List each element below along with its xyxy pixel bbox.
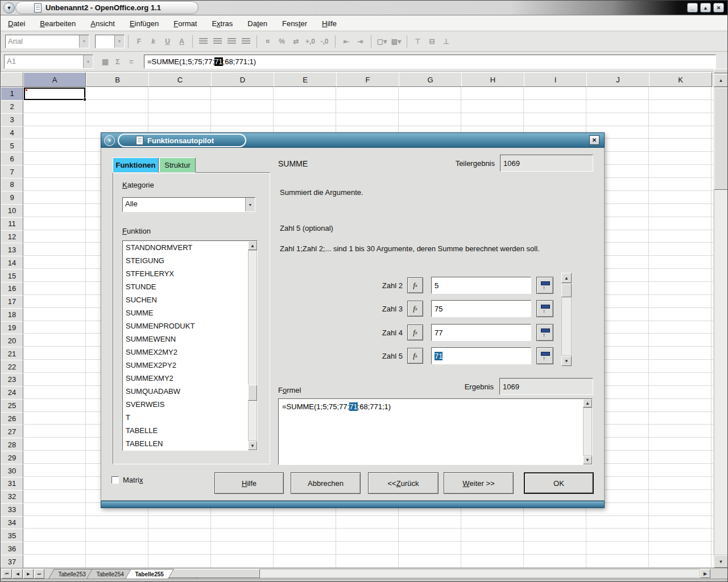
dialog-titlebar[interactable]: ▼ Funktionsautopilot ✕ bbox=[101, 132, 605, 148]
row-header-9[interactable]: 9 bbox=[1, 191, 23, 205]
function-item-stfehleryx[interactable]: STFEHLERYX bbox=[123, 267, 257, 280]
align-right-icon[interactable] bbox=[225, 35, 239, 48]
close-button[interactable]: ✕ bbox=[713, 3, 724, 13]
chevron-down-icon[interactable]: ▼ bbox=[83, 55, 93, 68]
minimize-button[interactable]: _ bbox=[687, 3, 698, 13]
underline-icon[interactable]: U bbox=[160, 35, 175, 48]
column-header-a[interactable]: A bbox=[23, 72, 86, 87]
row-header-33[interactable]: 33 bbox=[1, 503, 23, 517]
first-sheet-button[interactable]: ⏮ bbox=[2, 569, 12, 579]
menu-daten[interactable]: Daten bbox=[242, 17, 272, 30]
standard-format-icon[interactable]: ⇄ bbox=[289, 35, 303, 48]
row-header-8[interactable]: 8 bbox=[1, 178, 23, 192]
align-vcenter-icon[interactable]: ⊟ bbox=[425, 35, 439, 48]
row-header-31[interactable]: 31 bbox=[1, 477, 23, 490]
row-header-25[interactable]: 25 bbox=[1, 399, 23, 413]
currency-format-icon[interactable]: ¤ bbox=[260, 35, 275, 48]
scroll-down-button[interactable]: ▼ bbox=[714, 555, 728, 568]
row-header-1[interactable]: 1 bbox=[1, 87, 23, 101]
row-header-24[interactable]: 24 bbox=[1, 386, 23, 400]
equals-icon[interactable]: = bbox=[129, 57, 134, 66]
shrink-button[interactable] bbox=[536, 277, 553, 294]
font-size-combo[interactable]: ▼ bbox=[95, 35, 125, 48]
function-item-summex2my2[interactable]: SUMMEX2MY2 bbox=[123, 346, 257, 359]
ok-button[interactable]: OK bbox=[524, 472, 594, 494]
matrix-checkbox[interactable] bbox=[111, 476, 119, 484]
italic-icon[interactable]: k bbox=[146, 35, 160, 48]
function-item-summenprodukt[interactable]: SUMMENPRODUKT bbox=[123, 319, 257, 332]
row-header-12[interactable]: 12 bbox=[1, 230, 23, 244]
row-header-28[interactable]: 28 bbox=[1, 438, 23, 451]
column-header-g[interactable]: G bbox=[399, 72, 462, 87]
function-item-summexmy2[interactable]: SUMMEXMY2 bbox=[123, 372, 257, 385]
align-bottom-icon[interactable]: ⊥ bbox=[439, 35, 453, 48]
back-button[interactable]: << Zurück bbox=[368, 472, 439, 494]
arg-input-3[interactable]: 75 bbox=[431, 300, 531, 317]
sum-icon[interactable]: Σ bbox=[115, 57, 120, 66]
fx-button[interactable]: fx bbox=[407, 348, 423, 364]
maximize-button[interactable]: ▲ bbox=[700, 3, 711, 13]
selected-cell-a1[interactable] bbox=[24, 88, 85, 100]
increase-indent-icon[interactable]: ⇥ bbox=[353, 35, 367, 48]
fx-button[interactable]: fx bbox=[407, 277, 423, 293]
chevron-down-icon[interactable]: ▼ bbox=[245, 198, 255, 211]
row-header-20[interactable]: 20 bbox=[1, 334, 23, 347]
chevron-down-icon[interactable]: ▼ bbox=[114, 35, 124, 48]
v-scrollbar-thumb[interactable] bbox=[714, 88, 728, 190]
formel-scrollbar-track[interactable] bbox=[583, 408, 592, 456]
row-header-37[interactable]: 37 bbox=[1, 555, 23, 568]
args-scroll-down-button[interactable]: ▼ bbox=[561, 356, 572, 366]
decrease-indent-icon[interactable]: ⇤ bbox=[339, 35, 353, 48]
font-color-icon[interactable]: A bbox=[175, 35, 189, 48]
column-header-d[interactable]: D bbox=[211, 72, 274, 87]
align-left-icon[interactable] bbox=[196, 35, 210, 48]
row-header-5[interactable]: 5 bbox=[1, 139, 23, 152]
shrink-button[interactable] bbox=[536, 300, 553, 317]
tab-struktur[interactable]: Struktur bbox=[159, 157, 196, 173]
function-item-sumquadabw[interactable]: SUMQUADABW bbox=[123, 385, 257, 398]
chevron-down-icon[interactable]: ▼ bbox=[79, 35, 89, 48]
fx-button[interactable]: fx bbox=[407, 301, 423, 317]
function-item-steigung[interactable]: STEIGUNG bbox=[123, 254, 257, 267]
column-header-i[interactable]: I bbox=[524, 72, 587, 87]
row-header-21[interactable]: 21 bbox=[1, 347, 23, 360]
shrink-button[interactable] bbox=[536, 347, 553, 364]
row-header-22[interactable]: 22 bbox=[1, 360, 23, 373]
row-header-15[interactable]: 15 bbox=[1, 269, 23, 282]
row-header-13[interactable]: 13 bbox=[1, 243, 23, 256]
borders-icon[interactable]: ▢▾ bbox=[375, 35, 389, 48]
function-item-tabelle[interactable]: TABELLE bbox=[123, 424, 257, 437]
list-scrollbar-thumb[interactable] bbox=[248, 385, 257, 401]
row-header-23[interactable]: 23 bbox=[1, 373, 23, 386]
tab-funktionen[interactable]: Funktionen bbox=[113, 157, 159, 173]
align-top-icon[interactable]: ⊤ bbox=[411, 35, 425, 48]
dialog-menu-button[interactable]: ▼ bbox=[104, 135, 115, 146]
shrink-button[interactable] bbox=[536, 324, 553, 341]
column-header-b[interactable]: B bbox=[86, 72, 149, 87]
bold-icon[interactable]: F bbox=[132, 35, 146, 48]
function-wizard-icon[interactable]: ▦ bbox=[102, 57, 109, 66]
font-name-combo[interactable]: Arial ▼ bbox=[5, 35, 89, 48]
help-button[interactable]: Hilfe bbox=[214, 472, 284, 494]
column-header-h[interactable]: H bbox=[461, 72, 524, 87]
background-color-icon[interactable]: ▨▾ bbox=[389, 35, 403, 48]
select-all-corner[interactable] bbox=[1, 72, 23, 87]
args-scrollbar-thumb[interactable] bbox=[561, 284, 572, 297]
row-header-11[interactable]: 11 bbox=[1, 217, 23, 231]
function-item-summe[interactable]: SUMME bbox=[123, 306, 257, 319]
category-combo[interactable]: Alle ▼ bbox=[122, 197, 255, 212]
menu-datei[interactable]: Datei bbox=[3, 17, 30, 30]
list-scroll-up-button[interactable]: ▲ bbox=[248, 241, 257, 250]
row-header-7[interactable]: 7 bbox=[1, 165, 23, 178]
arg-input-5[interactable]: 71 bbox=[431, 347, 531, 364]
menu-ansicht[interactable]: Ansicht bbox=[85, 17, 120, 30]
function-item-t[interactable]: T bbox=[123, 411, 257, 424]
formula-editor[interactable]: =SUMME(1;5;75;77;71;68;771;1) bbox=[278, 398, 593, 465]
last-sheet-button[interactable]: ⏭ bbox=[34, 569, 44, 579]
menu-extras[interactable]: Extras bbox=[206, 17, 238, 30]
row-header-36[interactable]: 36 bbox=[1, 542, 23, 555]
scroll-right-button[interactable]: ▶ bbox=[700, 569, 710, 578]
function-item-tabellen[interactable]: TABELLEN bbox=[123, 437, 257, 450]
menu-bearbeiten[interactable]: Bearbeiten bbox=[35, 17, 81, 30]
add-decimal-icon[interactable]: +,0 bbox=[303, 35, 317, 48]
